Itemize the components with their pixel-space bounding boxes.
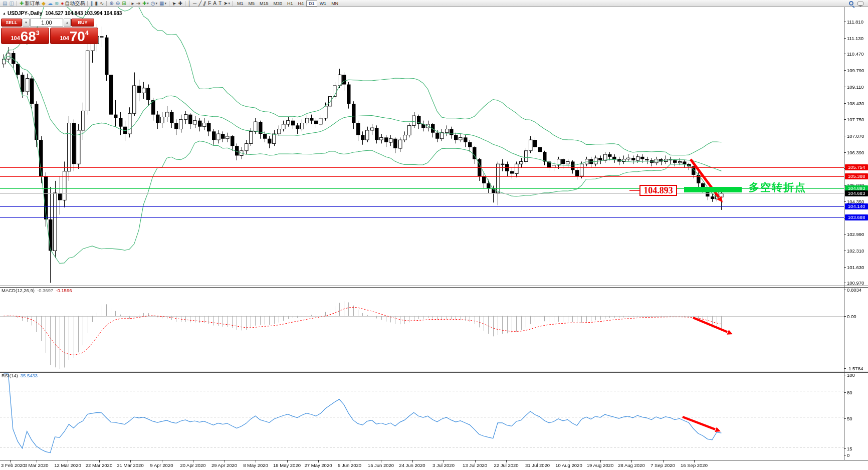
price-axis-tag: 105.388 xyxy=(845,173,868,179)
price-axis-label: 111.810 xyxy=(847,19,863,25)
data-window-icon: ◫ xyxy=(9,1,14,7)
macd-indicator-label: MACD(12,26,9)-0.3697-0.1596 xyxy=(2,288,72,293)
mt4-window: ▤◫✚新订单◆☁≋●自动交易∥▮∿⊕⊖⊞▸⇥✚▾◷▾▦▾➤✚│─╱∥FAT➤▾M… xyxy=(0,0,868,470)
chevron-down-icon: ▾ xyxy=(165,2,167,6)
price-axis-tag: 103.688 xyxy=(845,214,868,220)
vertical-line-button[interactable]: │ xyxy=(187,1,192,7)
timeframe-mn-button[interactable]: MN xyxy=(329,1,341,7)
date-axis-label: 24 Jun 2020 xyxy=(399,462,425,468)
horizontal-line-button[interactable]: ─ xyxy=(192,1,197,7)
date-axis-label: 15 Jun 2020 xyxy=(368,462,394,468)
toolbar-separator xyxy=(106,1,107,6)
timeframe-m1-button[interactable]: M1 xyxy=(235,1,246,7)
one-click-trading-panel: SELL ▼ ▲ BUY 104 68 3 104 70 4 xyxy=(1,19,99,44)
autotrading-label: 自动交易 xyxy=(65,0,85,7)
volume-up-button[interactable]: ▲ xyxy=(64,19,71,27)
date-axis-label: 7 Sep 2020 xyxy=(650,462,675,468)
timeframe-d1-button[interactable]: D1 xyxy=(306,1,317,7)
new-order-icon: ✚ xyxy=(20,1,24,7)
buy-price-point: 4 xyxy=(85,30,89,37)
templates-button[interactable]: ▦▾ xyxy=(158,1,167,7)
macd-axis-label: 0.8034 xyxy=(847,287,861,293)
volume-down-button[interactable]: ▼ xyxy=(23,19,30,27)
crosshair-button[interactable]: ✚ xyxy=(177,1,183,7)
macd-signal-value: -0.1596 xyxy=(56,288,72,293)
trendline-button[interactable]: ╱ xyxy=(197,1,202,7)
fibonacci-button[interactable]: F xyxy=(207,1,212,7)
tile-windows-button[interactable]: ⊞ xyxy=(121,1,127,7)
market-button[interactable]: ◆ xyxy=(41,1,47,7)
text-button[interactable]: A xyxy=(212,1,218,7)
fibonacci-icon: F xyxy=(208,1,211,7)
date-axis-label: 20 Apr 2020 xyxy=(180,462,205,468)
chart-canvas[interactable] xyxy=(0,7,868,470)
indicators-button[interactable]: ✚▾ xyxy=(141,1,150,7)
chart-shift-button[interactable]: ⇥ xyxy=(135,1,141,7)
tile-windows-icon: ⊞ xyxy=(122,1,126,7)
date-axis-label: 8 May 2020 xyxy=(243,462,268,468)
date-axis-label: 5 Jun 2020 xyxy=(338,462,361,468)
timeframe-m5-button[interactable]: M5 xyxy=(246,1,258,7)
date-axis-label: 3 Jul 2020 xyxy=(432,462,455,468)
date-axis-label: 10 Aug 2020 xyxy=(555,462,582,468)
chart-window-button[interactable]: ▤ xyxy=(2,1,8,7)
new-order-button[interactable]: ✚新订单 xyxy=(19,1,41,7)
price-axis-label: 107.070 xyxy=(847,133,864,138)
buy-price-big-figure: 104 xyxy=(60,35,69,41)
rsi-axis-label: 100 xyxy=(847,372,855,378)
channel-button[interactable]: ∥ xyxy=(202,1,207,7)
sell-button[interactable]: SELL xyxy=(1,19,22,27)
price-axis-tag: 104.683 xyxy=(845,190,868,196)
line-mode-button[interactable]: ∿ xyxy=(99,1,105,7)
toolbar: ▤◫✚新订单◆☁≋●自动交易∥▮∿⊕⊖⊞▸⇥✚▾◷▾▦▾➤✚│─╱∥FAT➤▾M… xyxy=(0,0,868,7)
chart-title: ▲USDJPY-,Daily104.527 104.843 103.994 10… xyxy=(3,11,122,16)
toolbar-separator xyxy=(233,1,233,6)
trendline-icon: ╱ xyxy=(198,1,201,7)
toolbar-separator xyxy=(87,1,88,6)
rsi-axis-label: 0 xyxy=(847,452,849,458)
data-window-button[interactable]: ◫ xyxy=(8,1,15,7)
cloud-icon: ☁ xyxy=(48,1,53,7)
timeframe-h1-button[interactable]: H1 xyxy=(285,1,296,7)
price-axis-label: 110.470 xyxy=(847,51,864,57)
new-order-label: 新订单 xyxy=(25,0,40,7)
zoom-in-button[interactable]: ⊕ xyxy=(108,1,114,7)
vertical-line-icon: │ xyxy=(188,1,191,7)
auto-scroll-button[interactable]: ▸ xyxy=(131,1,135,7)
timeframe-h4-button[interactable]: H4 xyxy=(296,1,307,7)
cloud-button[interactable]: ☁ xyxy=(47,1,54,7)
zoom-out-icon: ⊖ xyxy=(116,1,120,7)
date-axis-label: 19 Aug 2020 xyxy=(587,462,613,468)
date-axis-label: 16 Sep 2020 xyxy=(681,462,708,468)
zoom-out-button[interactable]: ⊖ xyxy=(115,1,121,7)
autotrading-button[interactable]: ●自动交易 xyxy=(60,1,86,7)
sell-price-panel[interactable]: 104 68 3 xyxy=(1,28,49,44)
buy-price-panel[interactable]: 104 70 4 xyxy=(50,28,98,44)
signals-button[interactable]: ≋ xyxy=(54,1,60,7)
volume-input[interactable] xyxy=(30,19,63,27)
periods-button[interactable]: ◷▾ xyxy=(150,1,158,7)
timeframe-m30-button[interactable]: M30 xyxy=(271,1,285,7)
arrows-icon: ➤ xyxy=(224,1,228,7)
timeframe-w1-button[interactable]: W1 xyxy=(317,1,329,7)
rsi-axis-label: 50 xyxy=(847,416,852,421)
macd-main-value: -0.3697 xyxy=(37,288,53,293)
chat-icon[interactable] xyxy=(857,2,863,6)
arrows-button[interactable]: ➤▾ xyxy=(223,1,231,7)
price-axis-label: 106.390 xyxy=(847,149,864,155)
date-axis-label: 27 May 2020 xyxy=(305,462,332,468)
date-axis-label: 18 May 2020 xyxy=(273,462,301,468)
timeframe-m15-button[interactable]: M15 xyxy=(257,1,271,7)
text-label-button[interactable]: T xyxy=(218,1,223,7)
bar-chart-mode-button[interactable]: ∥ xyxy=(89,1,94,7)
date-axis-label: 9 Apr 2020 xyxy=(150,462,173,468)
bar-chart-mode-icon: ∥ xyxy=(90,1,93,7)
indicators-icon: ✚ xyxy=(142,1,146,7)
date-axis-label: 31 Jul 2020 xyxy=(525,462,550,468)
candle-mode-button[interactable]: ▮ xyxy=(94,1,99,7)
buy-button[interactable]: BUY xyxy=(71,19,94,27)
macd-axis-label: -1.5784 xyxy=(847,366,863,371)
search-icon[interactable] xyxy=(849,1,853,6)
cursor-button[interactable]: ➤ xyxy=(171,1,177,7)
date-axis-label: 29 Apr 2020 xyxy=(211,462,237,468)
